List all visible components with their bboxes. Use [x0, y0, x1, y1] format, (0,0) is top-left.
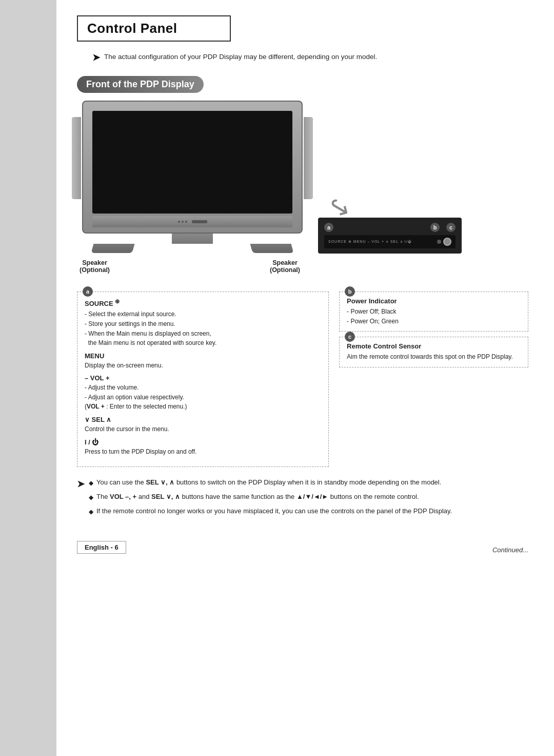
- left-sidebar: [0, 0, 56, 756]
- main-content: Control Panel ➤ The actual configuration…: [56, 0, 554, 569]
- section-title: Front of the PDP Display: [77, 76, 204, 93]
- sel-text: Control the cursor in the menu.: [85, 424, 321, 434]
- title-bar: Control Panel: [77, 15, 231, 42]
- tv-dot-1: [178, 221, 180, 223]
- tv-display-area: Speaker (Optional) Speaker (Optional): [77, 101, 308, 253]
- diamond-icon-2: ◆: [89, 493, 93, 502]
- zoom-label-b: b: [430, 223, 440, 232]
- description-area: a SOURCE ⊕ - Select the external input s…: [77, 292, 528, 467]
- power-indicator-text: - Power Off; Black - Power On; Green: [347, 307, 521, 326]
- page: Control Panel ➤ The actual configuration…: [0, 0, 554, 756]
- footer-language: English - 6: [77, 541, 126, 554]
- note-line: ➤ The actual configuration of your PDP D…: [92, 52, 528, 63]
- box-label-b: b: [345, 286, 355, 297]
- remote-sensor-text: Aim the remote control towards this spot…: [347, 352, 521, 362]
- note-text: The actual configuration of your PDP Dis…: [104, 52, 377, 62]
- tv-speaker-left: [72, 117, 81, 199]
- source-text: - Select the external input source. - St…: [85, 309, 321, 347]
- speaker-right-label: Speaker (Optional): [270, 259, 300, 274]
- box-label-a: a: [83, 286, 93, 297]
- desc-box-b: b Power Indicator - Power Off; Black - P…: [339, 292, 528, 332]
- speaker-left-label: Speaker (Optional): [80, 259, 110, 274]
- tv-bottom-strip: [92, 216, 292, 227]
- vol-heading: – VOL +: [85, 374, 321, 382]
- vol-text: - Adjust the volume. - Adjust an option …: [85, 383, 321, 412]
- tv-foot-left: [91, 244, 135, 253]
- bottom-bullets: ➤ ◆ You can use the SEL ∨, ∧ buttons to …: [77, 477, 528, 520]
- menu-section: MENU Display the on-screen menu.: [85, 352, 321, 371]
- source-heading: SOURCE ⊕: [85, 298, 321, 307]
- desc-box-a: a SOURCE ⊕ - Select the external input s…: [77, 292, 329, 467]
- zoom-panel-buttons: SOURCE ⊕ MENU – VOL + ∨ SEL ∧ I/⏻: [324, 235, 456, 248]
- footer: English - 6 Continued...: [77, 536, 528, 554]
- sel-section: ∨ SEL ∧ Control the cursor in the menu.: [85, 416, 321, 434]
- power-heading: I / ⏻: [85, 438, 321, 446]
- page-title: Control Panel: [87, 21, 221, 36]
- zoom-power-button: [443, 238, 451, 246]
- tv-screen: [92, 111, 292, 214]
- bullet-item-2: ◆ The VOL –, + and SEL ∨, ∧ buttons have…: [89, 492, 452, 502]
- zoom-panel-top: a b c: [324, 223, 456, 232]
- bullet-item-3: ◆ If the remote control no longer works …: [89, 506, 452, 516]
- remote-sensor-heading: Remote Control Sensor: [347, 342, 521, 350]
- bullet-item-1: ◆ You can use the SEL ∨, ∧ buttons to sw…: [89, 477, 452, 488]
- bullet-list: ◆ You can use the SEL ∨, ∧ buttons to sw…: [89, 477, 452, 520]
- desc-box-bc: b Power Indicator - Power Off; Black - P…: [339, 292, 528, 467]
- tv-frame: [82, 101, 303, 234]
- box-label-c: c: [345, 332, 355, 342]
- tv-dot-3: [185, 221, 187, 223]
- tv-dot-2: [182, 221, 184, 223]
- note-arrow-icon: ➤: [92, 52, 100, 63]
- tv-foot-right: [250, 244, 294, 253]
- sel-heading: ∨ SEL ∧: [85, 416, 321, 423]
- source-section: SOURCE ⊕ - Select the external input sou…: [85, 298, 321, 348]
- speaker-labels: Speaker (Optional) Speaker (Optional): [77, 259, 303, 274]
- zoom-power-dot: [437, 240, 441, 244]
- zoom-panel: a b c SOURCE ⊕ MENU – VOL + ∨ SEL ∧ I/⏻: [318, 218, 462, 254]
- menu-heading: MENU: [85, 352, 321, 360]
- tv-neck: [172, 234, 213, 244]
- tv-base: [82, 244, 303, 253]
- footer-continued: Continued...: [492, 546, 528, 554]
- diamond-icon-1: ◆: [89, 478, 93, 488]
- diamond-icon-3: ◆: [89, 507, 93, 516]
- menu-text: Display the on-screen menu.: [85, 361, 321, 371]
- tv-container: [82, 101, 303, 253]
- bullet-arrow-icon: ➤: [77, 478, 85, 490]
- zoom-label-a: a: [324, 223, 333, 232]
- power-text: Press to turn the PDP Display on and off…: [85, 447, 321, 457]
- power-section: I / ⏻ Press to turn the PDP Display on a…: [85, 438, 321, 457]
- tv-speaker-right: [304, 117, 313, 199]
- power-indicator-heading: Power Indicator: [347, 297, 521, 305]
- vol-section: – VOL + - Adjust the volume. - Adjust an…: [85, 374, 321, 412]
- zoom-label-c: c: [446, 223, 456, 232]
- desc-box-c: c Remote Control Sensor Aim the remote c…: [339, 337, 528, 367]
